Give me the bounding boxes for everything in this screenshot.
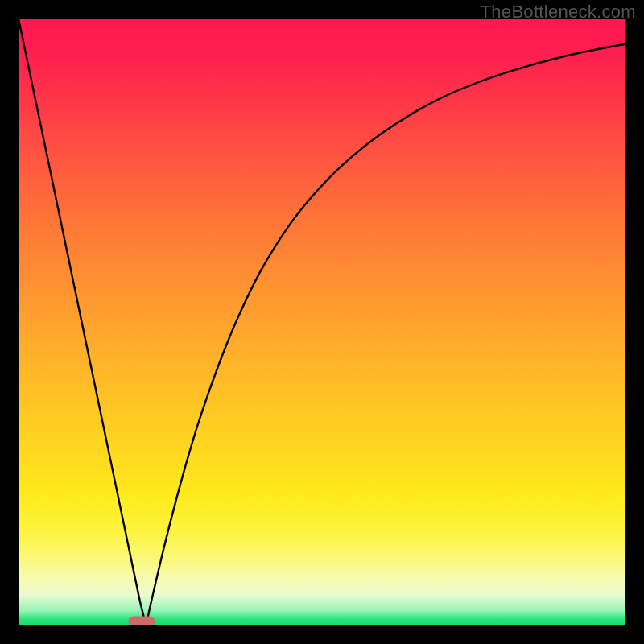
watermark-text: TheBottleneck.com [481, 2, 636, 23]
chart-frame: TheBottleneck.com [0, 0, 644, 644]
optimal-marker [128, 616, 155, 625]
bottleneck-curve [19, 19, 625, 625]
plot-area [19, 19, 625, 625]
curve-layer [19, 19, 625, 625]
